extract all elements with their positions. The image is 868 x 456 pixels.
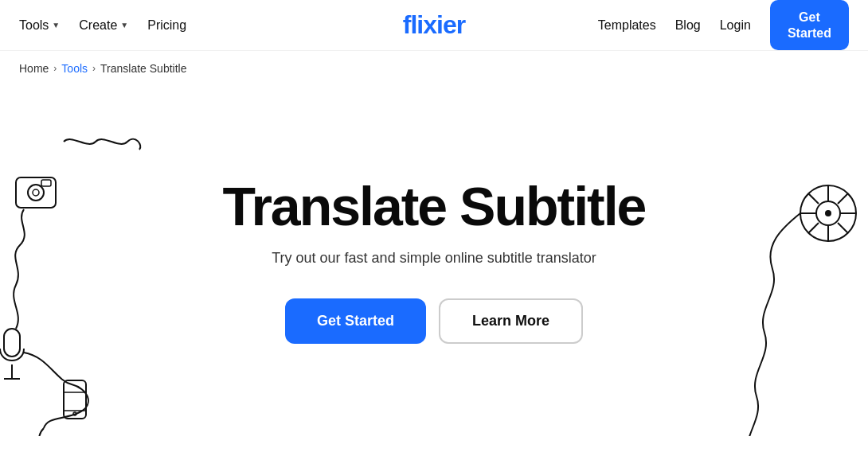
breadcrumb-tools[interactable]: Tools bbox=[61, 62, 88, 75]
nav-item-blog[interactable]: Blog bbox=[675, 18, 701, 33]
nav-login-label: Login bbox=[720, 18, 751, 33]
breadcrumb-sep-2: › bbox=[92, 63, 96, 74]
hero-subtitle: Try out our fast and simple online subti… bbox=[272, 250, 596, 267]
nav-tools-label: Tools bbox=[19, 18, 49, 33]
svg-point-2 bbox=[33, 189, 39, 196]
breadcrumb: Home › Tools › Translate Subtitle bbox=[0, 51, 868, 86]
nav-item-tools[interactable]: Tools ▼ bbox=[19, 18, 60, 33]
svg-line-20 bbox=[838, 193, 848, 204]
hero-buttons: Get Started Learn More bbox=[285, 298, 583, 344]
navbar: Tools ▼ Create ▼ Pricing flixier Templat… bbox=[0, 0, 868, 51]
nav-create-label: Create bbox=[79, 18, 117, 33]
svg-point-10 bbox=[73, 412, 76, 415]
chevron-down-icon: ▼ bbox=[52, 21, 60, 29]
svg-rect-3 bbox=[41, 180, 51, 186]
nav-blog-label: Blog bbox=[675, 18, 701, 33]
svg-point-11 bbox=[800, 185, 856, 241]
nav-item-login[interactable]: Login bbox=[720, 18, 751, 33]
breadcrumb-sep-1: › bbox=[53, 63, 57, 74]
svg-rect-7 bbox=[64, 380, 86, 419]
get-started-nav-button[interactable]: GetStarted bbox=[770, 0, 849, 49]
learn-more-button[interactable]: Learn More bbox=[439, 298, 583, 344]
nav-item-templates[interactable]: Templates bbox=[598, 18, 656, 33]
get-started-hero-button[interactable]: Get Started bbox=[285, 298, 426, 344]
nav-right: Templates Blog Login GetStarted bbox=[598, 0, 849, 49]
svg-line-18 bbox=[808, 193, 819, 204]
svg-rect-4 bbox=[4, 329, 20, 357]
svg-point-13 bbox=[825, 210, 831, 216]
nav-templates-label: Templates bbox=[598, 18, 656, 33]
nav-left: Tools ▼ Create ▼ Pricing bbox=[19, 18, 186, 33]
hero-section: Translate Subtitle Try out our fast and … bbox=[0, 86, 868, 436]
nav-item-pricing[interactable]: Pricing bbox=[147, 18, 186, 33]
breadcrumb-home[interactable]: Home bbox=[19, 62, 49, 75]
hero-title: Translate Subtitle bbox=[223, 178, 646, 235]
svg-line-21 bbox=[808, 223, 819, 233]
site-logo[interactable]: flixier bbox=[403, 10, 465, 40]
nav-item-create[interactable]: Create ▼ bbox=[79, 18, 128, 33]
nav-pricing-label: Pricing bbox=[147, 18, 186, 33]
svg-point-12 bbox=[816, 201, 840, 225]
chevron-down-icon: ▼ bbox=[120, 21, 128, 29]
breadcrumb-current: Translate Subtitle bbox=[100, 62, 186, 75]
deco-right-illustration bbox=[709, 166, 868, 436]
svg-point-1 bbox=[28, 185, 44, 201]
svg-line-19 bbox=[838, 223, 848, 233]
svg-rect-0 bbox=[16, 177, 56, 208]
deco-left-illustration bbox=[0, 134, 143, 436]
